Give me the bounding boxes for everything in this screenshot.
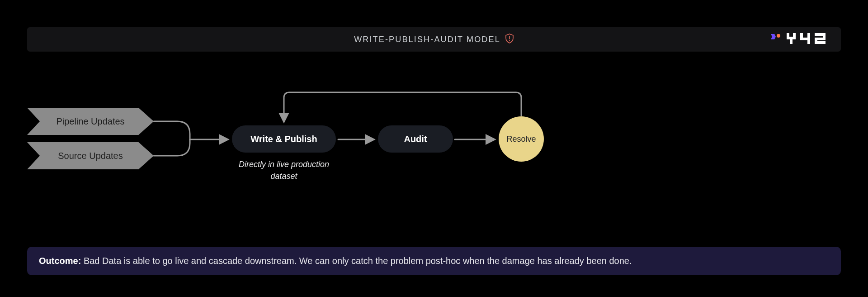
node-label: Write & Publish bbox=[250, 134, 317, 144]
node-write-subtext: Directly in live production dataset bbox=[232, 158, 336, 182]
outcome-label: Outcome: bbox=[39, 256, 81, 266]
input-label: Source Updates bbox=[58, 151, 123, 161]
node-write-publish: Write & Publish bbox=[232, 125, 336, 153]
node-audit: Audit bbox=[378, 125, 453, 153]
input-source-updates: Source Updates bbox=[27, 142, 154, 169]
input-pipeline-updates: Pipeline Updates bbox=[27, 108, 154, 135]
diagram-stage: WRITE-PUBLISH-AUDIT MODEL bbox=[0, 0, 868, 297]
input-label: Pipeline Updates bbox=[56, 116, 124, 127]
outcome-text: Bad Data is able to go live and cascade … bbox=[84, 256, 632, 266]
node-label: Audit bbox=[404, 134, 427, 144]
node-label: Resolve bbox=[506, 134, 536, 144]
outcome-banner: Outcome: Bad Data is able to go live and… bbox=[27, 247, 841, 275]
node-resolve: Resolve bbox=[499, 116, 544, 162]
